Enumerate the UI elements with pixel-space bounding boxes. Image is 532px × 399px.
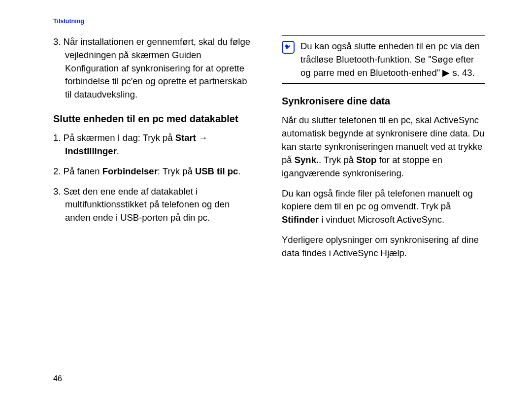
heading-sync-data: Synkronisere dine data (282, 95, 485, 108)
sync-para-1: Når du slutter telefonen til en pc, skal… (282, 114, 485, 180)
note-text: Du kan også slutte enheden til en pc via… (300, 40, 485, 79)
steps-list: 1. På skærmen I dag: Tryk på Start → Ind… (53, 132, 256, 225)
sync-para-3: Yderligere oplysninger om synkronisering… (282, 233, 485, 260)
page: Tilslutning 3. Når installationen er gen… (0, 0, 532, 399)
step-3: 3. Sæt den ene ende af datakablet i mult… (53, 185, 256, 225)
body-columns: 3. Når installationen er gennemført, ska… (53, 35, 485, 260)
heading-connect-cable: Slutte enheden til en pc med datakablet (53, 112, 256, 126)
note-box: Du kan også slutte enheden til en pc via… (282, 35, 485, 84)
step-2: 2. På fanen Forbindelser: Tryk på USB ti… (53, 165, 256, 178)
page-number: 46 (53, 374, 62, 383)
left-column: 3. Når installationen er gennemført, ska… (53, 35, 256, 225)
sync-para-2: Du kan også finde filer på telefonen man… (282, 187, 485, 227)
note-icon (282, 41, 295, 54)
step-1: 1. På skærmen I dag: Tryk på Start → Ind… (53, 132, 256, 158)
continued-step-3: 3. Når installationen er gennemført, ska… (53, 35, 256, 101)
right-column: Du kan også slutte enheden til en pc via… (282, 35, 485, 260)
running-header: Tilslutning (53, 18, 485, 25)
